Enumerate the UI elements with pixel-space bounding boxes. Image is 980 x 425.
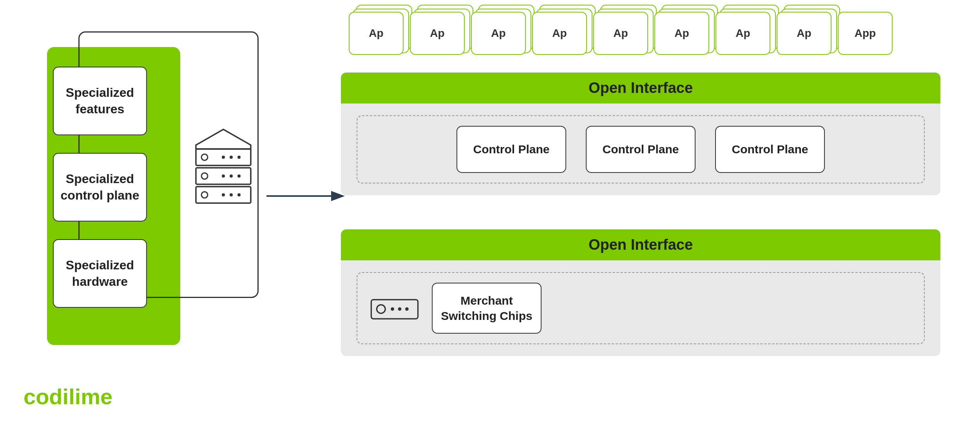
logo-codi: codi xyxy=(24,384,69,409)
app-box-4: Ap xyxy=(532,12,587,55)
app-label-9: App xyxy=(855,27,876,40)
app-label-6: Ap xyxy=(674,27,689,40)
app-box-2: Ap xyxy=(410,12,465,55)
svg-point-5 xyxy=(237,156,241,159)
app-label-8: Ap xyxy=(797,27,811,40)
control-plane-2: Control Plane xyxy=(586,126,696,173)
svg-point-19 xyxy=(377,305,386,313)
open-interface-label-2: Open Interface xyxy=(589,236,693,253)
svg-point-20 xyxy=(391,307,394,311)
app-box-3: Ap xyxy=(471,12,526,55)
specialized-features-box: Specializedfeatures xyxy=(53,67,147,135)
control-plane-label-1: Control Plane xyxy=(473,143,549,156)
svg-rect-18 xyxy=(371,300,418,319)
app-box-1: Ap xyxy=(349,12,404,55)
specialized-control-box: Specializedcontrol plane xyxy=(53,153,147,222)
svg-point-7 xyxy=(201,173,208,179)
svg-point-12 xyxy=(201,192,208,198)
control-plane-label-3: Control Plane xyxy=(732,143,808,156)
svg-point-2 xyxy=(201,154,208,160)
specialized-control-label: Specializedcontrol plane xyxy=(61,171,139,203)
open-interface-header-2: Open Interface xyxy=(341,229,940,260)
app-box-9: App xyxy=(838,12,893,55)
svg-point-22 xyxy=(405,307,409,311)
logo: codilime xyxy=(24,384,112,409)
control-plane-label-2: Control Plane xyxy=(602,143,679,156)
merchant-chips-dashed: MerchantSwitching Chips xyxy=(357,272,925,344)
app-box-5: Ap xyxy=(593,12,648,55)
app-label-2: Ap xyxy=(430,27,444,40)
svg-point-14 xyxy=(230,193,233,196)
svg-point-15 xyxy=(237,193,241,196)
svg-marker-0 xyxy=(196,129,251,149)
arrow xyxy=(266,186,345,206)
specialized-hardware-box: Specializedhardware xyxy=(53,239,147,308)
app-label-3: Ap xyxy=(491,27,505,40)
open-interface-header-1: Open Interface xyxy=(341,73,940,104)
svg-point-8 xyxy=(222,174,225,178)
svg-point-10 xyxy=(237,174,241,178)
left-section: Specializedfeatures Specializedcontrol p… xyxy=(24,31,282,329)
open-interface-block-1: Open Interface Control Plane Control Pla… xyxy=(341,73,940,206)
control-planes-dashed: Control Plane Control Plane Control Plan… xyxy=(357,115,925,183)
logo-lime: lime xyxy=(69,384,112,409)
chip-device-icon xyxy=(369,292,420,324)
app-label-1: Ap xyxy=(369,27,383,40)
svg-point-13 xyxy=(222,193,225,196)
merchant-switching-chips-label: MerchantSwitching Chips xyxy=(441,293,532,323)
app-box-8: Ap xyxy=(777,12,831,55)
server-icon xyxy=(192,125,255,204)
svg-point-21 xyxy=(398,307,402,311)
app-label-7: Ap xyxy=(735,27,750,40)
apps-row: Ap Ap Ap Ap Ap Ap Ap Ap App xyxy=(349,12,893,55)
svg-marker-17 xyxy=(331,191,345,201)
open-interface-block-2: Open Interface MerchantSwitching Chips xyxy=(341,229,940,351)
right-section: Ap Ap Ap Ap Ap Ap Ap Ap App Open Interfa… xyxy=(341,12,948,384)
app-box-6: Ap xyxy=(654,12,709,55)
merchant-switching-chips-box: MerchantSwitching Chips xyxy=(432,283,542,334)
svg-point-4 xyxy=(230,156,233,159)
control-plane-1: Control Plane xyxy=(456,126,566,173)
svg-point-9 xyxy=(230,174,233,178)
control-planes-body: Control Plane Control Plane Control Plan… xyxy=(341,104,940,195)
control-plane-3: Control Plane xyxy=(715,126,825,173)
specialized-hardware-label: Specializedhardware xyxy=(66,257,134,290)
open-interface-label-1: Open Interface xyxy=(589,80,693,96)
app-label-5: Ap xyxy=(613,27,628,40)
specialized-features-label: Specializedfeatures xyxy=(66,85,134,117)
svg-point-3 xyxy=(222,156,225,159)
app-box-7: Ap xyxy=(716,12,770,55)
merchant-chips-body: MerchantSwitching Chips xyxy=(341,260,940,356)
app-label-4: Ap xyxy=(552,27,567,40)
